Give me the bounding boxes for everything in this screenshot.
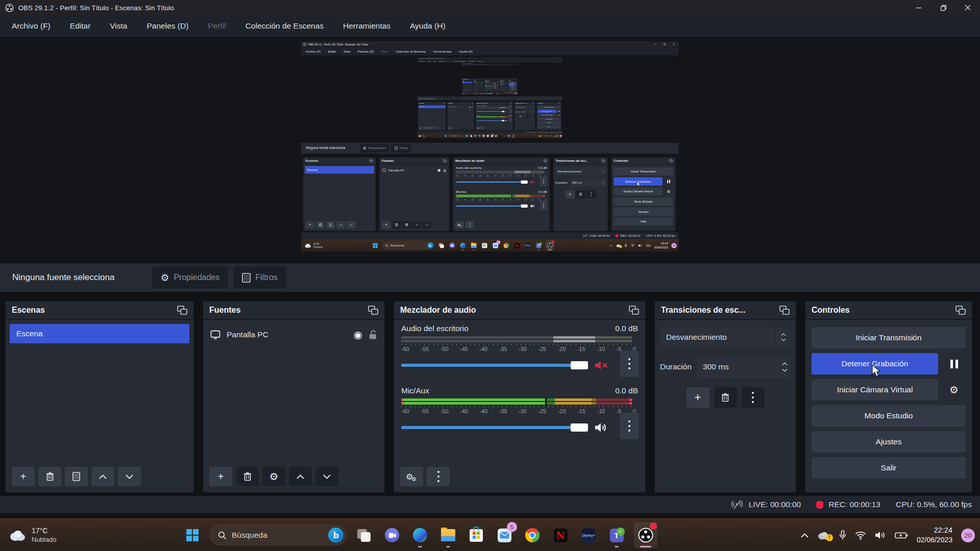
scene-down-button[interactable] [347,221,355,229]
speaker-muted-icon[interactable] [505,111,507,113]
menu-item-1[interactable]: Editar [60,21,101,31]
popout-icon[interactable] [483,81,483,81]
remove-transition-button[interactable] [523,115,527,118]
duration-spin-arrows[interactable] [506,84,507,85]
menu-item-6[interactable]: Herramientas [481,65,484,65]
scene-up-button[interactable] [336,221,345,229]
studio-mode-button[interactable]: Modo Estudio [614,197,673,206]
virtual-camera-settings-button[interactable]: ⚙ [557,113,560,116]
channel-options-kebab[interactable] [620,350,639,377]
mail-button[interactable]: 5 [494,522,515,548]
menu-item-3[interactable]: Paneles (D) [137,21,198,31]
volume-slider[interactable] [477,120,504,121]
source-properties-button[interactable]: ⚙ [402,221,411,229]
menu-item-1[interactable]: Editar [465,65,468,65]
start-virtual-camera-button[interactable]: Iniciar Cámara Virtual [537,113,556,116]
scene-filters-button[interactable] [65,467,88,486]
controls-panel-header[interactable]: Controles [611,158,676,165]
visibility-eye-icon[interactable]: ◉ [482,82,482,83]
stop-recording-button[interactable]: Detener Grabación [614,178,663,186]
bing-chat-icon[interactable]: b [328,528,344,543]
popout-icon[interactable] [779,306,790,315]
bing-chat-icon[interactable]: b [428,242,434,248]
transition-select[interactable]: Desvanecimiento [500,82,506,83]
start-streaming-button[interactable]: Iniciar Transmisión [812,327,966,348]
popout-icon[interactable] [629,306,639,315]
virtual-camera-settings-button[interactable]: ⚙ [664,187,673,195]
transition-select-arrows[interactable] [600,167,606,175]
exit-button[interactable]: Salir [614,217,673,226]
source-properties-button[interactable]: ⚙ [477,90,478,91]
remove-transition-button[interactable] [714,387,737,408]
mixer-panel-header[interactable]: Mezclador de audio [394,302,645,320]
search-box[interactable]: Búsqueda b [474,93,481,94]
popout-icon[interactable] [498,81,498,81]
menu-item-3[interactable]: Paneles (D) [354,49,377,53]
properties-button[interactable]: ⚙ Propiedades [471,79,475,80]
sources-panel-header[interactable]: Fuentes [474,81,484,82]
start-button[interactable] [444,134,447,138]
start-button[interactable] [472,93,473,94]
popout-icon[interactable] [510,103,512,104]
popout-icon[interactable] [533,103,534,104]
remove-scene-button[interactable] [464,90,465,91]
volume-slider[interactable] [401,426,587,429]
menu-item-4[interactable]: Perfil [447,60,452,62]
minimize-button[interactable] [513,63,515,64]
filters-button[interactable]: Filtros [234,266,286,289]
menu-item-5[interactable]: Colección de Escenas [452,60,467,62]
scene-list-item[interactable]: Escena [462,82,473,83]
lock-open-icon[interactable] [472,106,473,108]
hidden-icons-chevron[interactable] [507,93,508,94]
scene-filters-button[interactable] [427,127,430,130]
properties-button[interactable]: ⚙ Propiedades [360,144,389,153]
program-preview[interactable]: OBS 29.1.2 - Perfíl: Sin Título - Escena… [462,63,518,95]
source-properties-button[interactable]: ⚙ [456,127,460,130]
volume-slider-handle[interactable] [571,361,588,369]
scene-down-button[interactable] [118,467,141,486]
microphone-icon[interactable] [510,93,510,94]
disney-plus-button[interactable]: Disney+ [503,134,506,138]
preview-canvas[interactable]: OBS 29.1.2 - Perfíl: Sin Título - Escena… [301,56,679,142]
volume-slider[interactable] [401,364,587,367]
remove-source-button[interactable] [236,467,259,486]
onedrive-icon[interactable]: ! [538,135,541,137]
popout-icon[interactable] [177,306,187,315]
filters-button[interactable]: Filtros [452,97,459,101]
restore-button[interactable] [515,63,517,64]
add-transition-button[interactable]: + [687,387,709,408]
visibility-eye-icon[interactable]: ◉ [437,168,441,172]
menu-item-6[interactable]: Herramientas [467,60,476,62]
file-explorer-button[interactable] [437,522,459,548]
volume-slider-handle[interactable] [495,88,496,88]
weather-widget[interactable]: 17°C Nublado [8,519,56,551]
volume-icon[interactable] [547,135,549,137]
volume-slider[interactable] [456,206,527,207]
menu-item-4[interactable]: Perfil [198,21,235,31]
preview-canvas[interactable] [462,65,518,78]
close-button[interactable] [559,57,562,59]
settings-button[interactable]: Ajustes [508,88,517,89]
stop-recording-button[interactable]: Detener Grabación [508,84,516,85]
advanced-audio-gears-button[interactable]: ⚙⚙ [477,127,480,130]
studio-mode-button[interactable]: Modo Estudio [537,117,560,120]
mixer-options-kebab[interactable] [465,221,474,229]
disney-plus-button[interactable]: Disney+ [578,522,599,548]
scene-filters-button[interactable] [465,90,467,91]
volume-slider[interactable] [477,111,504,112]
popout-icon[interactable] [443,159,447,163]
popout-icon[interactable] [506,81,507,81]
task-view-button[interactable] [482,93,483,94]
start-button[interactable] [182,522,203,548]
speaker-icon[interactable] [530,204,535,208]
transition-select-arrows[interactable] [506,82,507,83]
transition-options-kebab[interactable] [504,86,506,87]
scene-list-item[interactable]: Escena [419,105,445,108]
add-scene-button[interactable]: + [12,467,35,486]
add-transition-button[interactable]: + [519,115,523,118]
hidden-icons-chevron[interactable] [609,244,612,246]
duration-spinbox[interactable]: 300 ms [521,110,534,114]
task-view-button[interactable] [470,134,473,138]
transition-select[interactable]: Desvanecimiento [515,106,532,109]
volume-slider-handle[interactable] [502,120,504,121]
